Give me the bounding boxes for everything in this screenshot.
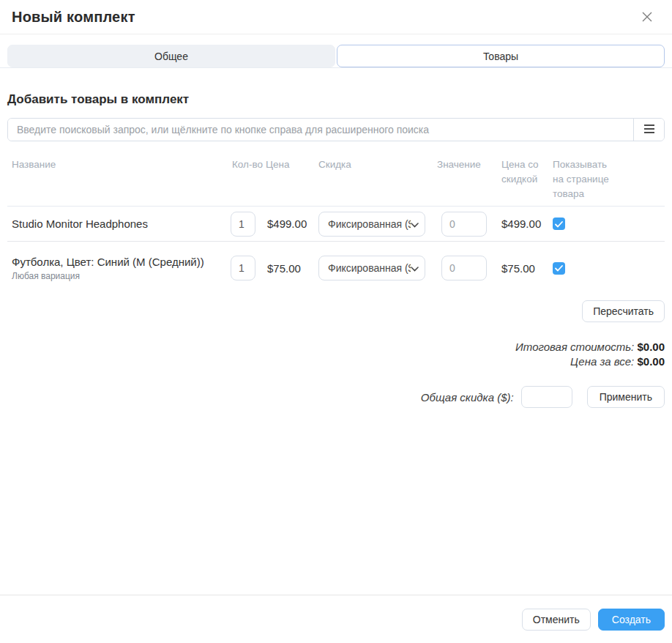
advanced-search-button[interactable] xyxy=(633,119,664,141)
product-price: $499.00 xyxy=(266,218,318,230)
totals-block: Итоговая стоимость: $0.00 Цена за все: $… xyxy=(7,340,665,369)
total-discount-label: Общая скидка ($): xyxy=(421,391,514,404)
product-name: Футболка, Цвет: Синий (M (Средний)) xyxy=(12,256,231,268)
checkmark-icon xyxy=(555,261,563,275)
apply-button[interactable]: Применить xyxy=(587,386,665,408)
table-row: Studio Monitor Headphones $499.00 Фиксир… xyxy=(7,207,665,242)
col-header-name: Название xyxy=(7,157,231,172)
col-header-discount: Скидка xyxy=(318,157,437,172)
create-button[interactable]: Создать xyxy=(598,609,665,631)
discount-type-value: Фиксированная ($ xyxy=(328,218,411,230)
price-for-all-label: Цена за все: xyxy=(570,355,634,368)
total-cost-value: $0.00 xyxy=(637,341,665,353)
price-for-all-line: Цена за все: $0.00 xyxy=(7,354,665,369)
col-header-qty: Кол-во xyxy=(231,157,266,172)
col-header-discounted-price: Цена со скидкой xyxy=(500,157,547,187)
price-for-all-value: $0.00 xyxy=(637,355,665,368)
total-cost-line: Итоговая стоимость: $0.00 xyxy=(7,340,665,354)
cancel-button[interactable]: Отменить xyxy=(522,609,591,631)
show-on-page-checkbox[interactable] xyxy=(553,262,565,275)
modal-header: Новый комплект xyxy=(0,0,672,34)
tab-general[interactable]: Общее xyxy=(7,45,335,67)
modal-title: Новый комплект xyxy=(12,9,135,26)
discount-type-select[interactable]: Фиксированная ($ xyxy=(318,212,425,237)
close-button[interactable] xyxy=(638,8,656,26)
close-icon xyxy=(641,14,653,25)
product-variant: Любая вариация xyxy=(12,271,231,281)
table-header-row: Название Кол-во Цена Скидка Значение Цен… xyxy=(7,141,665,207)
total-cost-label: Итоговая стоимость: xyxy=(515,341,634,353)
discounted-price: $499.00 xyxy=(500,218,553,230)
product-search-group xyxy=(7,118,665,141)
total-discount-input[interactable] xyxy=(521,386,572,408)
chevron-down-icon xyxy=(411,261,419,275)
discount-value-input[interactable] xyxy=(441,256,487,280)
product-price: $75.00 xyxy=(266,262,318,275)
modal-footer: Отменить Создать xyxy=(0,595,672,643)
discount-type-value: Фиксированная ($ xyxy=(328,262,411,274)
qty-input[interactable] xyxy=(231,212,255,237)
chevron-down-icon xyxy=(411,218,419,231)
product-name-block: Футболка, Цвет: Синий (M (Средний)) Люба… xyxy=(7,256,231,281)
col-header-value: Значение xyxy=(437,157,500,172)
col-header-price: Цена xyxy=(266,157,318,172)
total-discount-row: Общая скидка ($): Применить xyxy=(7,386,665,408)
checkmark-icon xyxy=(555,218,563,231)
section-title: Добавить товары в комплект xyxy=(7,92,665,107)
products-table: Название Кол-во Цена Скидка Значение Цен… xyxy=(7,141,665,294)
discount-type-select[interactable]: Фиксированная ($ xyxy=(318,256,425,280)
hamburger-icon xyxy=(643,124,655,136)
discounted-price: $75.00 xyxy=(500,262,553,275)
show-on-page-checkbox[interactable] xyxy=(553,218,565,230)
recalculate-button[interactable]: Пересчитать xyxy=(582,300,665,322)
qty-input[interactable] xyxy=(231,256,255,280)
new-bundle-modal: Новый комплект Общее Товары Добавить тов… xyxy=(0,0,672,643)
discount-value-input[interactable] xyxy=(441,212,487,237)
product-name: Studio Monitor Headphones xyxy=(7,218,231,230)
col-header-show-on-page: Показывать на странице товара xyxy=(553,157,613,201)
tab-bar: Общее Товары xyxy=(0,45,672,68)
table-row: Футболка, Цвет: Синий (M (Средний)) Люба… xyxy=(7,242,665,294)
search-input[interactable] xyxy=(8,119,633,141)
tab-products[interactable]: Товары xyxy=(337,45,665,67)
